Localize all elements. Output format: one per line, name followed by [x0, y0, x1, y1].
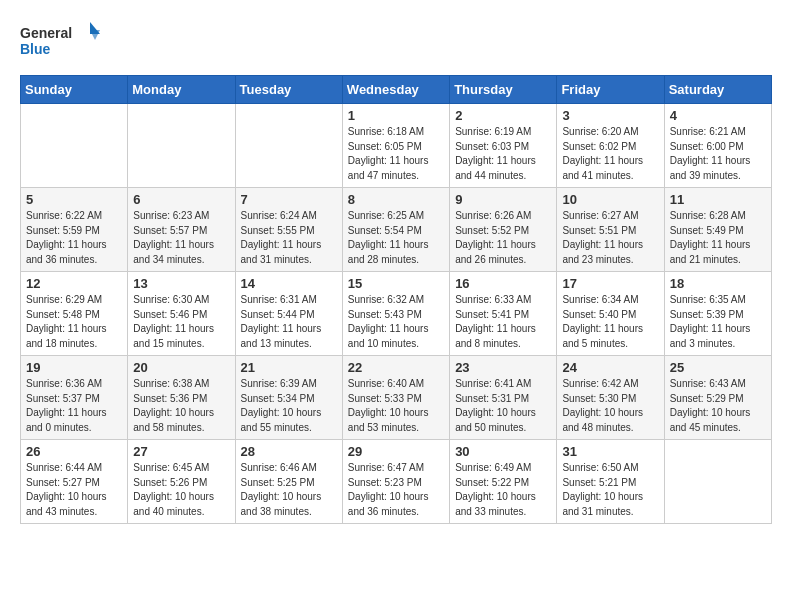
calendar-cell: 4Sunrise: 6:21 AM Sunset: 6:00 PM Daylig…: [664, 104, 771, 188]
day-info: Sunrise: 6:30 AM Sunset: 5:46 PM Dayligh…: [133, 293, 229, 351]
day-number: 4: [670, 108, 766, 123]
calendar-week-row: 26Sunrise: 6:44 AM Sunset: 5:27 PM Dayli…: [21, 440, 772, 524]
day-number: 15: [348, 276, 444, 291]
day-number: 24: [562, 360, 658, 375]
svg-text:Blue: Blue: [20, 41, 51, 57]
calendar-cell: 19Sunrise: 6:36 AM Sunset: 5:37 PM Dayli…: [21, 356, 128, 440]
calendar-cell: 24Sunrise: 6:42 AM Sunset: 5:30 PM Dayli…: [557, 356, 664, 440]
logo: General Blue: [20, 20, 100, 65]
day-number: 3: [562, 108, 658, 123]
day-info: Sunrise: 6:19 AM Sunset: 6:03 PM Dayligh…: [455, 125, 551, 183]
day-info: Sunrise: 6:23 AM Sunset: 5:57 PM Dayligh…: [133, 209, 229, 267]
calendar-cell: 8Sunrise: 6:25 AM Sunset: 5:54 PM Daylig…: [342, 188, 449, 272]
day-info: Sunrise: 6:31 AM Sunset: 5:44 PM Dayligh…: [241, 293, 337, 351]
calendar-cell: 15Sunrise: 6:32 AM Sunset: 5:43 PM Dayli…: [342, 272, 449, 356]
day-number: 20: [133, 360, 229, 375]
column-header-friday: Friday: [557, 76, 664, 104]
day-info: Sunrise: 6:41 AM Sunset: 5:31 PM Dayligh…: [455, 377, 551, 435]
calendar-cell: 25Sunrise: 6:43 AM Sunset: 5:29 PM Dayli…: [664, 356, 771, 440]
calendar-cell: [664, 440, 771, 524]
day-number: 13: [133, 276, 229, 291]
day-info: Sunrise: 6:45 AM Sunset: 5:26 PM Dayligh…: [133, 461, 229, 519]
day-number: 2: [455, 108, 551, 123]
calendar-week-row: 5Sunrise: 6:22 AM Sunset: 5:59 PM Daylig…: [21, 188, 772, 272]
day-number: 27: [133, 444, 229, 459]
day-number: 1: [348, 108, 444, 123]
day-number: 17: [562, 276, 658, 291]
day-info: Sunrise: 6:21 AM Sunset: 6:00 PM Dayligh…: [670, 125, 766, 183]
day-info: Sunrise: 6:38 AM Sunset: 5:36 PM Dayligh…: [133, 377, 229, 435]
day-number: 9: [455, 192, 551, 207]
calendar-cell: 22Sunrise: 6:40 AM Sunset: 5:33 PM Dayli…: [342, 356, 449, 440]
calendar-cell: 10Sunrise: 6:27 AM Sunset: 5:51 PM Dayli…: [557, 188, 664, 272]
calendar-cell: 26Sunrise: 6:44 AM Sunset: 5:27 PM Dayli…: [21, 440, 128, 524]
day-info: Sunrise: 6:49 AM Sunset: 5:22 PM Dayligh…: [455, 461, 551, 519]
calendar-cell: 20Sunrise: 6:38 AM Sunset: 5:36 PM Dayli…: [128, 356, 235, 440]
calendar-cell: 12Sunrise: 6:29 AM Sunset: 5:48 PM Dayli…: [21, 272, 128, 356]
column-header-thursday: Thursday: [450, 76, 557, 104]
svg-marker-3: [90, 30, 100, 40]
day-info: Sunrise: 6:33 AM Sunset: 5:41 PM Dayligh…: [455, 293, 551, 351]
day-info: Sunrise: 6:34 AM Sunset: 5:40 PM Dayligh…: [562, 293, 658, 351]
day-info: Sunrise: 6:25 AM Sunset: 5:54 PM Dayligh…: [348, 209, 444, 267]
calendar-week-row: 12Sunrise: 6:29 AM Sunset: 5:48 PM Dayli…: [21, 272, 772, 356]
column-header-monday: Monday: [128, 76, 235, 104]
day-number: 10: [562, 192, 658, 207]
day-info: Sunrise: 6:39 AM Sunset: 5:34 PM Dayligh…: [241, 377, 337, 435]
calendar-table: SundayMondayTuesdayWednesdayThursdayFrid…: [20, 75, 772, 524]
calendar-cell: [21, 104, 128, 188]
day-number: 30: [455, 444, 551, 459]
day-number: 14: [241, 276, 337, 291]
day-info: Sunrise: 6:24 AM Sunset: 5:55 PM Dayligh…: [241, 209, 337, 267]
day-number: 7: [241, 192, 337, 207]
calendar-cell: 13Sunrise: 6:30 AM Sunset: 5:46 PM Dayli…: [128, 272, 235, 356]
calendar-cell: 7Sunrise: 6:24 AM Sunset: 5:55 PM Daylig…: [235, 188, 342, 272]
calendar-cell: 2Sunrise: 6:19 AM Sunset: 6:03 PM Daylig…: [450, 104, 557, 188]
calendar-cell: [128, 104, 235, 188]
day-info: Sunrise: 6:47 AM Sunset: 5:23 PM Dayligh…: [348, 461, 444, 519]
day-number: 19: [26, 360, 122, 375]
day-number: 23: [455, 360, 551, 375]
day-number: 28: [241, 444, 337, 459]
calendar-cell: 27Sunrise: 6:45 AM Sunset: 5:26 PM Dayli…: [128, 440, 235, 524]
calendar-week-row: 19Sunrise: 6:36 AM Sunset: 5:37 PM Dayli…: [21, 356, 772, 440]
svg-text:General: General: [20, 25, 72, 41]
day-info: Sunrise: 6:36 AM Sunset: 5:37 PM Dayligh…: [26, 377, 122, 435]
calendar-cell: 18Sunrise: 6:35 AM Sunset: 5:39 PM Dayli…: [664, 272, 771, 356]
column-header-tuesday: Tuesday: [235, 76, 342, 104]
day-number: 31: [562, 444, 658, 459]
day-info: Sunrise: 6:44 AM Sunset: 5:27 PM Dayligh…: [26, 461, 122, 519]
day-number: 6: [133, 192, 229, 207]
column-header-saturday: Saturday: [664, 76, 771, 104]
logo-svg: General Blue: [20, 20, 100, 65]
day-number: 18: [670, 276, 766, 291]
day-info: Sunrise: 6:28 AM Sunset: 5:49 PM Dayligh…: [670, 209, 766, 267]
day-number: 21: [241, 360, 337, 375]
calendar-cell: 28Sunrise: 6:46 AM Sunset: 5:25 PM Dayli…: [235, 440, 342, 524]
day-info: Sunrise: 6:43 AM Sunset: 5:29 PM Dayligh…: [670, 377, 766, 435]
calendar-cell: 5Sunrise: 6:22 AM Sunset: 5:59 PM Daylig…: [21, 188, 128, 272]
day-number: 16: [455, 276, 551, 291]
day-number: 12: [26, 276, 122, 291]
page-header: General Blue: [20, 20, 772, 65]
calendar-header-row: SundayMondayTuesdayWednesdayThursdayFrid…: [21, 76, 772, 104]
calendar-cell: 6Sunrise: 6:23 AM Sunset: 5:57 PM Daylig…: [128, 188, 235, 272]
day-number: 22: [348, 360, 444, 375]
day-info: Sunrise: 6:27 AM Sunset: 5:51 PM Dayligh…: [562, 209, 658, 267]
day-info: Sunrise: 6:22 AM Sunset: 5:59 PM Dayligh…: [26, 209, 122, 267]
day-info: Sunrise: 6:50 AM Sunset: 5:21 PM Dayligh…: [562, 461, 658, 519]
calendar-cell: 3Sunrise: 6:20 AM Sunset: 6:02 PM Daylig…: [557, 104, 664, 188]
day-number: 5: [26, 192, 122, 207]
day-info: Sunrise: 6:29 AM Sunset: 5:48 PM Dayligh…: [26, 293, 122, 351]
day-number: 29: [348, 444, 444, 459]
day-info: Sunrise: 6:40 AM Sunset: 5:33 PM Dayligh…: [348, 377, 444, 435]
calendar-cell: 16Sunrise: 6:33 AM Sunset: 5:41 PM Dayli…: [450, 272, 557, 356]
column-header-sunday: Sunday: [21, 76, 128, 104]
calendar-cell: 23Sunrise: 6:41 AM Sunset: 5:31 PM Dayli…: [450, 356, 557, 440]
calendar-cell: 1Sunrise: 6:18 AM Sunset: 6:05 PM Daylig…: [342, 104, 449, 188]
day-info: Sunrise: 6:26 AM Sunset: 5:52 PM Dayligh…: [455, 209, 551, 267]
day-info: Sunrise: 6:46 AM Sunset: 5:25 PM Dayligh…: [241, 461, 337, 519]
calendar-cell: 29Sunrise: 6:47 AM Sunset: 5:23 PM Dayli…: [342, 440, 449, 524]
calendar-cell: 17Sunrise: 6:34 AM Sunset: 5:40 PM Dayli…: [557, 272, 664, 356]
day-info: Sunrise: 6:42 AM Sunset: 5:30 PM Dayligh…: [562, 377, 658, 435]
